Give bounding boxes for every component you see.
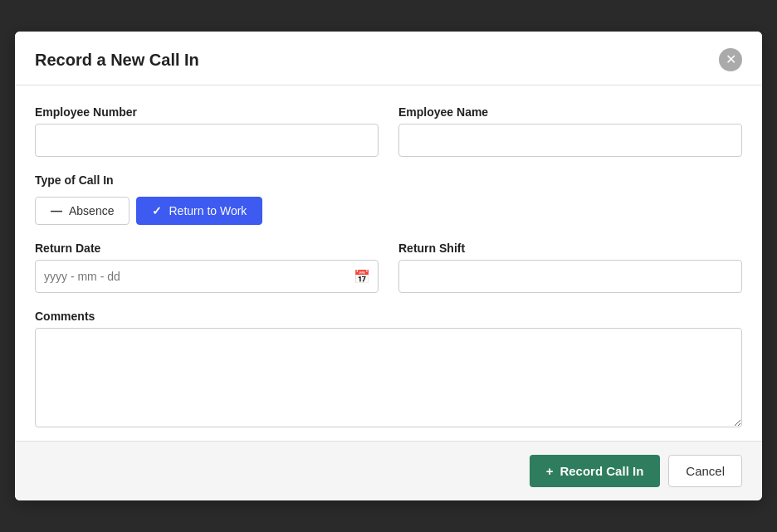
type-buttons-container: — Absence ✓ Return to Work [35, 197, 742, 225]
return-date-group: Return Date 📅 [35, 242, 379, 293]
employee-number-group: Employee Number [35, 105, 379, 157]
return-shift-group: Return Shift [398, 242, 742, 293]
employee-number-label: Employee Number [35, 105, 379, 119]
cancel-button[interactable]: Cancel [668, 455, 742, 487]
modal-dialog: Record a New Call In ✕ Employee Number E… [15, 32, 762, 500]
return-to-work-button[interactable]: ✓ Return to Work [136, 197, 262, 225]
modal-overlay: Record a New Call In ✕ Employee Number E… [0, 0, 777, 532]
return-to-work-button-label: Return to Work [169, 204, 247, 217]
employee-row: Employee Number Employee Name [35, 105, 742, 157]
plus-icon: + [546, 464, 554, 478]
comments-group: Comments [35, 310, 742, 427]
record-call-label: Record Call In [560, 464, 643, 478]
check-icon: ✓ [152, 204, 162, 217]
close-icon: ✕ [726, 53, 736, 66]
return-shift-label: Return Shift [398, 242, 742, 255]
return-shift-input[interactable] [398, 260, 742, 293]
absence-button[interactable]: — Absence [35, 197, 130, 225]
type-of-call-label: Type of Call In [35, 173, 742, 187]
employee-name-label: Employee Name [398, 105, 742, 119]
return-date-wrapper: 📅 [35, 260, 379, 293]
minus-icon: — [51, 204, 62, 217]
employee-number-input[interactable] [35, 124, 379, 157]
absence-button-label: Absence [69, 204, 114, 217]
close-button[interactable]: ✕ [719, 48, 742, 71]
modal-title: Record a New Call In [35, 51, 199, 70]
comments-textarea[interactable] [35, 328, 742, 427]
employee-name-group: Employee Name [398, 105, 742, 157]
return-row: Return Date 📅 Return Shift [35, 242, 742, 293]
return-date-label: Return Date [35, 242, 379, 255]
modal-footer: + Record Call In Cancel [15, 441, 762, 500]
return-date-input[interactable] [35, 260, 379, 293]
record-call-button[interactable]: + Record Call In [530, 455, 661, 487]
employee-name-input[interactable] [398, 124, 742, 157]
type-of-call-group: Type of Call In — Absence ✓ Return to Wo… [35, 173, 742, 225]
type-row: Type of Call In — Absence ✓ Return to Wo… [35, 173, 742, 225]
modal-header: Record a New Call In ✕ [15, 32, 762, 85]
modal-body: Employee Number Employee Name Type of Ca… [15, 85, 762, 441]
comments-label: Comments [35, 310, 742, 323]
